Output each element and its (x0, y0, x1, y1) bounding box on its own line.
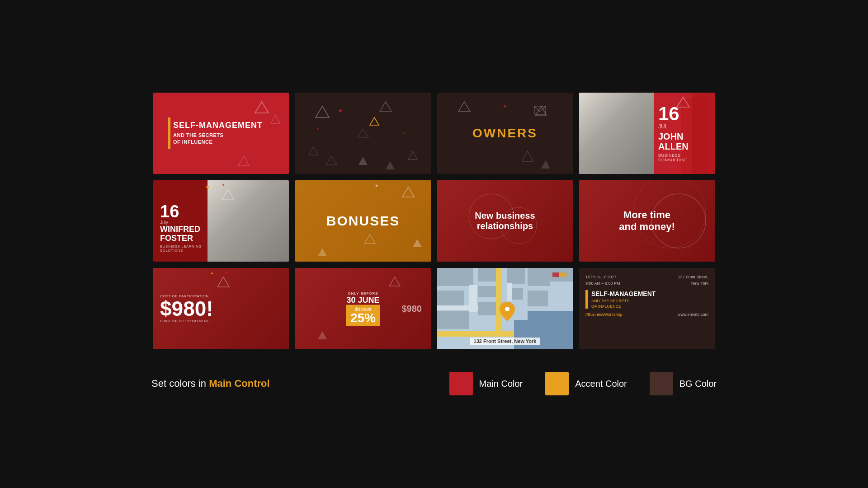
accent-color-swatch (545, 372, 569, 395)
accent-color-item: Accent Color (545, 372, 627, 395)
first-name: WINIFRED (160, 225, 202, 234)
hashtag: #BusinessWorkshop (585, 312, 623, 317)
card-summary[interactable]: 16TH JULY 2017 9:00 AM – 6:00 PM 132 Fro… (579, 268, 715, 349)
disc-pct: 25% (350, 312, 376, 324)
discount-block: ONLY BEFORE 30 JUNE discount 25% (346, 291, 380, 326)
price: $980! (160, 298, 213, 319)
color-options: Main Color Accent Color BG Color (449, 372, 717, 395)
info-area: 16 Jul JOHN ALLEN BUSINESS CONSULTANT (654, 93, 715, 174)
card-john-allen[interactable]: 16 Jul JOHN ALLEN BUSINESS CONSULTANT (579, 93, 715, 174)
main-title: SELF-MANAGEMENT (173, 121, 263, 130)
card-price[interactable]: COST OF PARTICIPATION: $980! Price valid… (153, 268, 289, 349)
owners-text: OWNERS (472, 126, 538, 141)
svg-point-62 (505, 307, 509, 311)
month: Jul (658, 123, 710, 130)
bottom-bar: Set colors in Main Control Main Color Ac… (151, 372, 717, 395)
event-title: SELF-MANAGEMENT (591, 290, 656, 298)
svg-marker-7 (408, 151, 417, 160)
card-winifred-foster[interactable]: 16 July WINIFRED FOSTER BUSINESS LEARNIN… (153, 180, 289, 262)
map-address: 132 Front Street, New York (470, 338, 540, 345)
svg-marker-15 (458, 102, 470, 112)
svg-marker-14 (386, 161, 395, 169)
person-role: BUSINESS CONSULTANT (658, 153, 710, 162)
svg-marker-13 (359, 157, 368, 165)
relationship-text: New business relationships (475, 211, 535, 231)
card-self-management[interactable]: SELF-MANAGEMENT AND THE SECRETS OF INFLU… (153, 93, 289, 174)
text-block: SELF-MANAGEMENT AND THE SECRETS OF INFLU… (173, 121, 263, 146)
main-color-label: Main Color (479, 379, 523, 389)
event-subtitle: AND THE SECRETS (591, 299, 656, 303)
accent-bar (585, 290, 588, 309)
last-name: ALLEN (658, 141, 710, 151)
person-sub: BUSINESS LEARNING SOLUTIONS (160, 244, 202, 253)
card-money[interactable]: More time and money! (579, 180, 715, 262)
bonuses-text: BONUSES (326, 213, 400, 229)
svg-rect-63 (552, 272, 559, 277)
svg-rect-44 (437, 291, 464, 306)
svg-marker-17 (522, 151, 533, 161)
card-relationships[interactable]: New business relationships (437, 180, 573, 262)
summary-footer: #BusinessWorkshop www.envato.com (585, 312, 708, 317)
main-color-swatch (449, 372, 473, 395)
svg-marker-4 (380, 102, 392, 112)
summary-top: 16TH JULY 2017 9:00 AM – 6:00 PM 132 Fro… (585, 274, 708, 286)
accent-color-label: Accent Color (575, 379, 627, 389)
svg-rect-60 (514, 320, 528, 349)
svg-point-18 (504, 105, 506, 108)
svg-marker-16 (536, 106, 547, 115)
website: www.envato.com (678, 312, 708, 317)
price-block: COST OF PARTICIPATION: $980! Price valid… (160, 294, 213, 323)
card-map[interactable]: 132 Front Street, New York (437, 268, 573, 349)
bg-color-swatch (650, 372, 673, 395)
first-name: JOHN (658, 131, 710, 141)
last-name: FOSTER (160, 234, 202, 243)
svg-rect-49 (507, 268, 525, 284)
svg-point-8 (339, 109, 342, 112)
svg-marker-12 (326, 156, 337, 165)
event-subtitle2: OF INFLUENCE (591, 304, 656, 309)
disc-box: discount 25% (346, 305, 380, 326)
svg-rect-64 (560, 272, 566, 277)
photo-area (579, 93, 654, 174)
svg-rect-58 (507, 283, 512, 301)
summary-address: 132 Front Street, New York (678, 274, 708, 286)
svg-marker-11 (370, 117, 379, 125)
svg-rect-21 (534, 106, 546, 114)
bg-color-label: BG Color (679, 379, 717, 389)
crossed-price: $980 (402, 304, 422, 314)
card-dark-shapes (295, 93, 431, 174)
set-colors-text: Set colors in Main Control (151, 378, 270, 389)
accent-bar (168, 117, 170, 149)
main-color-item: Main Color (449, 372, 523, 395)
date: 30 JUNE (346, 296, 380, 305)
svg-rect-52 (528, 291, 548, 306)
svg-point-10 (403, 132, 405, 134)
day-number: 16 (658, 104, 710, 123)
svg-rect-55 (496, 268, 502, 331)
card-bonuses[interactable]: BONUSES (295, 180, 431, 262)
card-owners[interactable]: OWNERS (437, 93, 573, 174)
svg-marker-20 (541, 160, 550, 169)
only-before: ONLY BEFORE (346, 291, 380, 296)
sub-title: AND THE SECRETS OF INFLUENCE (173, 132, 263, 146)
card-discount[interactable]: ONLY BEFORE 30 JUNE discount 25% $980 (295, 268, 431, 349)
person-photo (208, 180, 289, 262)
svg-rect-57 (437, 305, 478, 310)
money-text: More time and money! (619, 209, 675, 233)
svg-rect-47 (478, 286, 496, 297)
svg-point-9 (317, 128, 319, 130)
bg-color-item: BG Color (650, 372, 717, 395)
event-info: SELF-MANAGEMENT AND THE SECRETS OF INFLU… (585, 290, 708, 309)
svg-rect-51 (528, 268, 550, 286)
info-overlay: 16 July WINIFRED FOSTER BUSINESS LEARNIN… (160, 203, 202, 253)
date-time: 16TH JULY 2017 9:00 AM – 6:00 PM (585, 274, 620, 286)
event-text: SELF-MANAGEMENT AND THE SECRETS OF INFLU… (591, 290, 656, 309)
svg-marker-6 (309, 147, 318, 155)
svg-marker-5 (358, 129, 368, 138)
svg-marker-3 (316, 106, 329, 117)
cards-grid: SELF-MANAGEMENT AND THE SECRETS OF INFLU… (153, 93, 715, 349)
svg-rect-43 (437, 268, 473, 286)
svg-marker-2 (238, 156, 249, 166)
day-number: 16 (160, 203, 202, 220)
svg-marker-1 (271, 115, 280, 123)
